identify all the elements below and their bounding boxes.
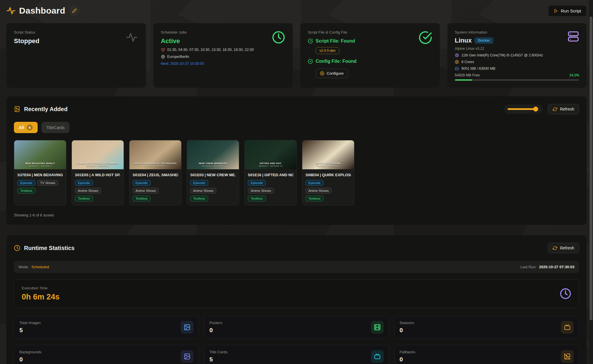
asset-card[interactable]: ZEUS, SMASHER OF TEXTBOOKS SEASON 1 • EP…: [129, 140, 182, 205]
tag-textless: Textless: [305, 196, 323, 201]
activity-icon: [6, 6, 16, 15]
activity-icon: [125, 31, 138, 44]
thumbnail-size-slider[interactable]: [504, 105, 543, 113]
docker-badge: Docker: [475, 37, 493, 44]
tag-textless: Textless: [133, 196, 151, 201]
card-label: Scheduler Jobs: [161, 30, 285, 34]
tab-titlecards-label: TitleCards: [46, 125, 65, 130]
tag-episode: Episode: [305, 180, 323, 186]
thumb-title: A WILD HOT SPRING APPEARED!: [72, 162, 124, 165]
image-icon: [181, 350, 193, 363]
tag-textless: Textless: [17, 188, 35, 194]
configure-button[interactable]: Configure: [316, 69, 348, 78]
tab-all[interactable]: All 6: [14, 122, 38, 133]
check-circle-icon: [418, 31, 432, 45]
asset-filter-tabs: All 6 TitleCards: [14, 122, 579, 133]
stat-value: 0: [400, 327, 414, 334]
stat-value: 0: [19, 356, 41, 363]
runtime-statistics-section: Runtime Statistics Refresh Mode: Schedul…: [6, 235, 587, 364]
thumb-title: GIFTED AND NOT: [245, 162, 296, 165]
scrollbar-thumb[interactable]: [590, 16, 592, 320]
cpu-icon: [455, 60, 459, 64]
asset-thumbnail: GIFTED AND NOT SEASON 1 • EPISODE 16: [245, 140, 296, 169]
refresh-button[interactable]: Refresh: [548, 243, 579, 253]
asset-thumbnail: ZEUS, SMASHER OF TEXTBOOKS SEASON 1 • EP…: [129, 140, 181, 169]
script-status-value: Stopped: [14, 37, 138, 45]
os-row: Linux Docker: [455, 37, 579, 44]
config-file-status: Config File: Found: [316, 59, 356, 64]
os-name: Linux: [455, 37, 472, 44]
run-script-button[interactable]: Run Script: [548, 5, 587, 16]
stat-label: Backgrounds: [19, 350, 41, 354]
scheduler-jobs-card: Scheduler Jobs Active 01:30, 04:30, 07:3…: [153, 23, 293, 88]
asset-card[interactable]: MEN BEHAVING MANLY SEASON 37 • EPISODE 4…: [14, 140, 66, 205]
cpu-row: 11th Gen Intel(R) Core(TM) i5-1145G7 @ 2…: [455, 53, 579, 57]
last-run-value: 2025-10-27 07:30:03: [539, 265, 574, 269]
config-file-row: Config File: Found: [308, 59, 432, 64]
tag-episode: Episode: [190, 180, 208, 186]
stat-label: Title Cards: [209, 350, 227, 354]
thumb-subtitle: SEASON 1 • EPISODE 16: [245, 165, 296, 167]
tag-episode: Episode: [133, 180, 151, 186]
execution-time-value: 0h 6m 24s: [22, 293, 60, 302]
cores-row: 8 Cores: [455, 60, 579, 64]
refresh-button[interactable]: Refresh: [548, 104, 579, 114]
refresh-label: Refresh: [560, 246, 574, 250]
alarm-clock-icon: [161, 48, 165, 52]
stat-value: 5: [19, 327, 41, 334]
stat-tile-title-cards: Title Cards 5: [204, 345, 389, 364]
memory-progress-track: [455, 79, 579, 81]
asset-card[interactable]: NEW CREW MEMBERS SEASON 1 • EPISODE 3 S0…: [187, 140, 239, 205]
thumb-title: NEW CREW MEMBERS: [187, 162, 239, 165]
cpu-model: 11th Gen Intel(R) Core(TM) i5-1145G7 @ 2…: [462, 53, 543, 57]
slider-knob[interactable]: [533, 107, 538, 112]
image-off-icon: [561, 350, 574, 363]
last-run-label: Last Run:: [520, 265, 537, 269]
stats-grid: Total Images 5 Posters 0 Seasons: [14, 316, 579, 364]
card-label: Script File & Config File: [308, 30, 432, 34]
image-file-icon: [14, 106, 20, 112]
tag-textless: Textless: [190, 196, 208, 201]
refresh-icon: [553, 246, 557, 250]
memory-usage: 9001 MB / 63930 MB: [462, 67, 495, 71]
tv-icon: [371, 350, 384, 363]
assets-count-text: Showing 1-6 of 6 assets: [14, 213, 579, 217]
tag-library: Anime Shows: [133, 188, 159, 194]
thumb-subtitle: SEASON 1 • EPISODE 3: [187, 165, 239, 167]
asset-thumbnail: QUIRK EXPLOSION! SEASON 8 • EPISODE 4: [302, 140, 354, 169]
page-header: Dashboard Run Script: [6, 0, 587, 19]
thumb-subtitle: SEASON 37 • EPISODE 4: [14, 165, 66, 167]
check-circle-icon: [308, 38, 313, 44]
asset-card[interactable]: QUIRK EXPLOSION! SEASON 8 • EPISODE 4 S0…: [302, 140, 354, 205]
asset-card[interactable]: A WILD HOT SPRING APPEARED! SEASON 1 • E…: [72, 140, 124, 205]
script-status-card: Script Status Stopped: [6, 23, 146, 88]
clock-icon: [14, 245, 20, 251]
recently-added-section: Recently Added Refresh All 6: [6, 96, 587, 225]
stat-tile-fallbacks: Fallbacks 0: [394, 345, 579, 364]
asset-thumbnail: MEN BEHAVING MANLY SEASON 37 • EPISODE 4: [14, 140, 66, 169]
tag-textless: Textless: [75, 196, 93, 201]
memory-progress-fill: [455, 79, 473, 81]
script-file-status: Script File: Found: [316, 38, 355, 44]
memory-free-row: 54929 MB Free 14.1%: [455, 73, 579, 77]
asset-title: S01E04 | ZEUS, SMASHER...: [133, 173, 178, 177]
status-cards-row: Script Status Stopped Scheduler Jobs Act…: [6, 23, 587, 88]
play-icon: [554, 9, 558, 13]
asset-card[interactable]: GIFTED AND NOT SEASON 1 • EPISODE 16 S01…: [244, 140, 297, 205]
asset-thumbnail: A WILD HOT SPRING APPEARED! SEASON 1 • E…: [72, 140, 124, 169]
mode-label: Mode:: [19, 265, 29, 269]
card-label: Script Status: [14, 30, 138, 34]
tag-library: Anime Shows: [305, 188, 332, 194]
asset-title: S37E04 | MEN BEHAVING...: [17, 173, 63, 177]
asset-grid: MEN BEHAVING MANLY SEASON 37 • EPISODE 4…: [14, 140, 579, 205]
page-scrollbar[interactable]: [589, 0, 593, 364]
edit-dashboard-button[interactable]: [69, 5, 80, 16]
slider-track: [508, 108, 539, 110]
thumb-subtitle: SEASON 8 • EPISODE 4: [302, 165, 354, 167]
tv-icon: [561, 321, 574, 334]
tab-titlecards[interactable]: TitleCards: [41, 122, 69, 133]
stat-label: Posters: [209, 321, 222, 325]
server-icon: [568, 31, 579, 42]
stat-value: 5: [209, 356, 227, 363]
asset-title: S01E05 | A WILD HOT SP...: [75, 173, 120, 177]
